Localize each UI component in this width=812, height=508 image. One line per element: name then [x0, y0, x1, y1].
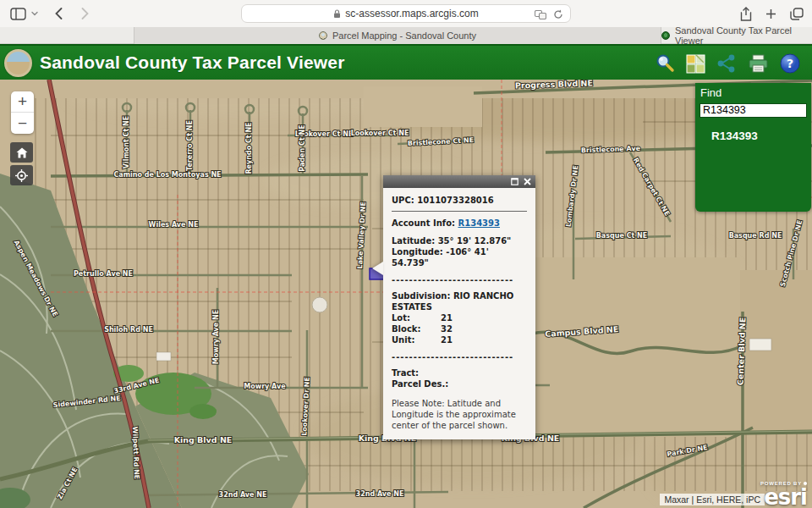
forward-icon[interactable] — [81, 8, 89, 19]
street-label: Shiloh Rd NE — [104, 326, 153, 334]
longitude-line: Longitude: -106° 41' 54.739" — [392, 246, 527, 268]
back-icon[interactable] — [55, 8, 63, 19]
help-icon[interactable]: ? — [780, 53, 800, 74]
map-attribution: Maxar | Esri, HERE, iPC — [660, 494, 765, 505]
sidebar-toggle-icon[interactable] — [10, 8, 26, 20]
basemap-gallery-icon[interactable] — [686, 54, 705, 74]
tab-favicon — [319, 31, 327, 40]
tab-parcel-mapping[interactable]: Parcel Mapping - Sandoval County — [134, 27, 661, 44]
latitude-line: Latitude: 35° 19' 12.876" — [392, 235, 527, 246]
app-header: Sandoval County Tax Parcel Viewer ? — [0, 44, 812, 80]
home-button[interactable] — [10, 142, 33, 163]
street-label: Lookover Ct NE — [351, 130, 409, 137]
chevron-down-icon[interactable] — [31, 11, 38, 16]
street-label: Mowry Ave NE — [212, 310, 220, 364]
unit-row: Unit:21 — [392, 334, 527, 345]
url-text: sc-assessor.maps.arcgis.com — [345, 8, 478, 19]
dashed-separator: ---------------------------- — [392, 274, 527, 285]
tab-label: Parcel Mapping - Sandoval County — [332, 30, 476, 41]
street-label: Basque Ct NE — [596, 232, 648, 240]
street-label: Wiles Ave NE — [149, 221, 199, 229]
esri-logo: POWERED BY esri — [760, 481, 807, 508]
account-line: Account Info: R134393 — [392, 218, 527, 229]
street-label: Reyndo Ct NE — [245, 122, 253, 174]
street-label: King Blvd NE — [174, 435, 233, 444]
tab-overview-icon[interactable] — [790, 8, 804, 20]
share-icon[interactable] — [716, 54, 737, 73]
find-input[interactable] — [700, 103, 807, 118]
street-label: Vilmont Ct NE — [123, 116, 130, 168]
street-label: Tererro Ct NE — [186, 120, 194, 171]
find-label: Find — [700, 86, 807, 99]
street-label: Mowry Ave — [244, 383, 286, 390]
upc-line: UPC: 1011073328016 — [392, 195, 527, 206]
locate-button[interactable] — [10, 165, 33, 185]
browser-toolbar: sc-assessor.maps.arcgis.com — [0, 0, 812, 27]
divider-line — [392, 211, 527, 212]
tract-line: Tract: — [392, 367, 527, 378]
search-icon[interactable] — [655, 53, 675, 74]
tab-favicon — [661, 31, 670, 40]
block-row: Block:32 — [392, 323, 527, 334]
reload-icon[interactable] — [553, 9, 563, 19]
maximize-icon[interactable] — [511, 178, 518, 185]
share-upload-icon[interactable] — [740, 7, 752, 21]
zoom-out-button[interactable]: − — [11, 113, 34, 134]
popup-callout-arrow — [372, 262, 383, 275]
print-icon[interactable] — [748, 54, 769, 74]
tab-bar: Parcel Mapping - Sandoval County Sandova… — [0, 27, 812, 44]
zoom-control: + − — [11, 91, 34, 134]
street-label: Camino de Los Montoyas NE — [113, 171, 221, 179]
lock-icon — [333, 9, 341, 19]
page-title: Sandoval County Tax Parcel Viewer — [40, 52, 345, 73]
lot-row: Lot:21 — [392, 312, 527, 323]
new-tab-icon[interactable] — [765, 8, 776, 19]
tab-label: Sandoval County Tax Parcel Viewer — [675, 25, 812, 46]
popup-note: Please Note: Latitude and Longitude is t… — [392, 398, 527, 431]
parcel-des-line: Parcel Des.: — [392, 378, 527, 389]
zoom-in-button[interactable]: + — [11, 91, 34, 113]
esri-wordmark: esri — [760, 486, 807, 508]
street-label: 32nd Ave NE — [219, 491, 267, 499]
tab-tax-parcel-viewer[interactable]: Sandoval County Tax Parcel Viewer — [661, 27, 812, 44]
street-label: Paden Ct NE — [299, 124, 306, 171]
url-bar[interactable]: sc-assessor.maps.arcgis.com — [241, 4, 571, 23]
street-label: Petrullo Ave NE — [74, 270, 133, 278]
account-link[interactable]: R134393 — [458, 218, 500, 228]
parcel-info-popup: UPC: 1011073328016 Account Info: R134393… — [383, 175, 535, 439]
locate-icon — [15, 169, 28, 182]
close-icon[interactable] — [524, 178, 531, 185]
find-panel: Find R134393 — [695, 83, 811, 212]
street-label: Basque Rd NE — [729, 232, 782, 240]
dashed-separator: ---------------------------- — [392, 351, 527, 362]
map-container: Progress Blvd NELookover Ct NELookover C… — [0, 80, 812, 508]
home-icon — [16, 147, 28, 158]
county-seal-logo — [4, 49, 32, 77]
question-glyph: ? — [787, 57, 793, 70]
translate-icon[interactable] — [535, 10, 546, 19]
street-label: 32nd Ave NE — [356, 490, 404, 498]
subdivision-line: Subdivision: RIO RANCHO ESTATES — [392, 290, 527, 312]
popup-titlebar — [383, 175, 535, 188]
find-result-item[interactable]: R134393 — [711, 130, 807, 142]
